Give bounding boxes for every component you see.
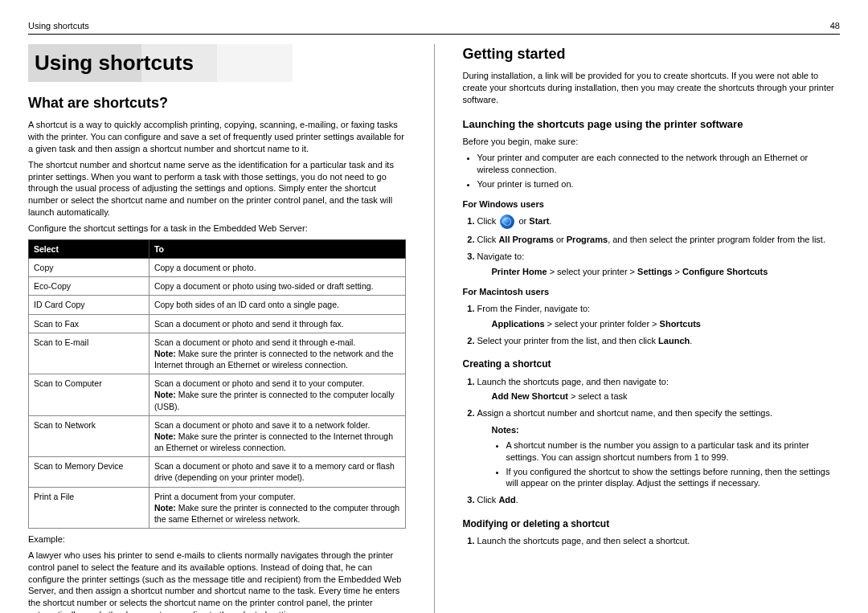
cell-select: Scan to Fax (29, 314, 149, 333)
cell-to: Scan a document or photo and send it thr… (149, 333, 405, 374)
cell-to: Copy both sides of an ID card onto a sin… (149, 296, 405, 314)
modify-steps: Launch the shortcuts page, and then sele… (477, 535, 841, 547)
table-header-row: Select To (29, 239, 406, 258)
nav-path: Add New Shortcut > select a task (492, 390, 841, 403)
nav-path: Printer Home > select your printer > Set… (492, 266, 841, 278)
windows-steps: Click or Start. Click All Programs or Pr… (477, 215, 841, 278)
cell-to: Print a document from your computer.Note… (149, 487, 405, 529)
left-column: Using shortcuts What are shortcuts? A sh… (28, 44, 406, 613)
chapter-banner: Using shortcuts (28, 44, 406, 82)
heading-mac-users: For Macintosh users (463, 286, 841, 298)
list-item: Your printer is turned on. (477, 178, 841, 190)
shortcuts-table: Select To CopyCopy a document or photo.E… (28, 239, 406, 529)
table-row: CopyCopy a document or photo. (29, 259, 406, 277)
cell-select: Scan to Computer (29, 374, 149, 416)
th-select: Select (29, 239, 149, 258)
getting-started-intro: During installation, a link will be prov… (463, 70, 841, 106)
step-item: Select your printer from the list, and t… (477, 335, 841, 347)
cell-to: Scan a document or photo and send it thr… (149, 314, 405, 333)
cell-select: Scan to Network (29, 415, 149, 457)
para-intro-1: A shortcut is a way to quickly accomplis… (28, 119, 406, 155)
para-intro-3: Configure the shortcut settings for a ta… (28, 223, 406, 235)
cell-select: Print a File (29, 487, 149, 529)
step-item: Launch the shortcuts page, and then sele… (477, 535, 841, 547)
heading-getting-started: Getting started (463, 44, 841, 63)
nav-path: Applications > select your printer folde… (492, 318, 841, 330)
windows-start-orb-icon (500, 215, 514, 229)
para-intro-2: The shortcut number and shortcut name se… (28, 159, 406, 219)
table-row: Scan to NetworkScan a document or photo … (29, 415, 406, 457)
step-item: Navigate to: Printer Home > select your … (477, 251, 841, 278)
th-to: To (149, 239, 405, 258)
right-column: Getting started During installation, a l… (463, 44, 841, 613)
heading-modifying-deleting: Modifying or deleting a shortcut (463, 517, 841, 530)
heading-launching: Launching the shortcuts page using the p… (463, 117, 841, 132)
notes-list: A shortcut number is the number you assi… (506, 439, 841, 489)
create-steps: Launch the shortcuts page, and then navi… (477, 376, 841, 507)
cell-to: Copy a document or photo. (149, 259, 405, 277)
column-divider (434, 44, 435, 613)
mac-steps: From the Finder, navigate to: Applicatio… (477, 303, 841, 347)
step-item: Click or Start. (477, 215, 841, 229)
cell-select: Scan to E-mail (29, 333, 149, 374)
step-item: Launch the shortcuts page, and then navi… (477, 376, 841, 403)
step-item: Assign a shortcut number and shortcut na… (477, 407, 841, 489)
step-item: Click Add. (477, 494, 841, 506)
table-row: Scan to ComputerScan a document or photo… (29, 374, 406, 416)
cell-select: Eco-Copy (29, 277, 149, 296)
table-row: Eco-CopyCopy a document or photo using t… (29, 277, 406, 296)
cell-select: Scan to Memory Device (29, 457, 149, 487)
step-item: Click All Programs or Programs, and then… (477, 234, 841, 246)
cell-to: Scan a document or photo and save it to … (149, 457, 405, 487)
example-body: A lawyer who uses his printer to send e-… (28, 550, 406, 613)
cell-to: Copy a document or photo using two-sided… (149, 277, 405, 296)
before-begin-label: Before you begin, make sure: (463, 136, 841, 148)
heading-creating-shortcut: Creating a shortcut (463, 358, 841, 370)
before-begin-list: Your printer and computer are each conne… (477, 152, 841, 190)
step-item: From the Finder, navigate to: Applicatio… (477, 303, 841, 330)
table-row: Scan to E-mailScan a document or photo a… (29, 333, 406, 374)
cell-select: ID Card Copy (29, 296, 149, 314)
table-row: ID Card CopyCopy both sides of an ID car… (29, 296, 406, 314)
cell-select: Copy (29, 259, 149, 277)
two-column-layout: Using shortcuts What are shortcuts? A sh… (28, 44, 840, 613)
notes-block: Notes: A shortcut number is the number y… (492, 424, 841, 489)
table-row: Scan to Memory DeviceScan a document or … (29, 457, 406, 487)
list-item: If you configured the shortcut to show t… (506, 466, 841, 490)
list-item: A shortcut number is the number you assi… (506, 439, 841, 464)
header-page-number: 48 (830, 20, 840, 32)
table-row: Scan to FaxScan a document or photo and … (29, 314, 406, 333)
table-row: Print a FilePrint a document from your c… (29, 487, 406, 529)
heading-what-are-shortcuts: What are shortcuts? (28, 93, 406, 112)
list-item: Your printer and computer are each conne… (477, 152, 841, 176)
example-label: Example: (28, 533, 406, 546)
cell-to: Scan a document or photo and save it to … (149, 415, 405, 457)
cell-to: Scan a document or photo and send it to … (149, 374, 405, 416)
page-header: Using shortcuts 48 (28, 20, 840, 35)
heading-windows-users: For Windows users (463, 198, 841, 210)
header-left: Using shortcuts (28, 20, 89, 32)
